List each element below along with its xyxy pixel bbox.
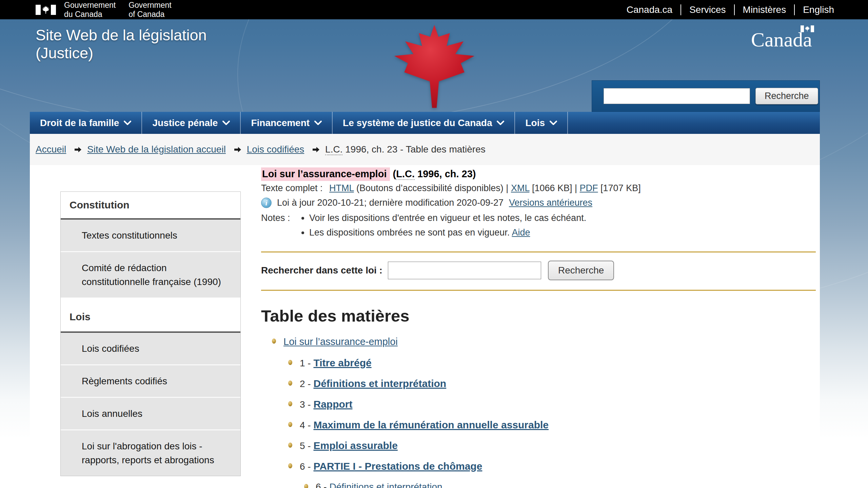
top-bar-link[interactable]: Services	[681, 4, 734, 15]
nav-item: Lois	[515, 112, 568, 134]
sidebar-link[interactable]: Lois codifiées	[61, 333, 240, 364]
government-top-bar: Gouvernement du Canada Government of Can…	[0, 0, 868, 19]
nav-menu-link[interactable]: Droit de la famille	[30, 118, 141, 128]
gov-wordmark-fr: Gouvernement du Canada	[64, 1, 116, 19]
sidebar-section-constitution: Constitution Textes constitutionnels Com…	[61, 192, 240, 298]
toc-link[interactable]: Titre abrégé	[313, 357, 371, 368]
toc-item: 5 - Emploi assurable	[288, 440, 816, 452]
sidebar-item: Textes constitutionnels	[61, 220, 240, 252]
pdf-link[interactable]: PDF	[580, 183, 598, 193]
toc-link[interactable]: Rapport	[313, 399, 352, 410]
law-search-row: Rechercher dans cette loi : Recherche	[261, 261, 816, 280]
nav-item: Financement	[241, 112, 333, 134]
top-bar-link[interactable]: English	[795, 4, 834, 15]
toc-item-number: 1 -	[300, 358, 313, 368]
nav-menu-label: Le système de justice du Canada	[343, 118, 492, 128]
breadcrumb-link[interactable]: Lois codifiées	[247, 144, 304, 155]
site-search-panel: Recherche	[592, 80, 820, 112]
sidebar-link[interactable]: Règlements codifiés	[61, 365, 240, 397]
chevron-down-icon	[497, 121, 504, 125]
site-search-input[interactable]	[604, 88, 750, 104]
xml-link[interactable]: XML	[511, 183, 530, 193]
canada-flag-icon	[801, 25, 814, 32]
help-link[interactable]: Aide	[512, 227, 530, 238]
sidebar-section-title: Lois	[61, 298, 240, 333]
nav-menu-link[interactable]: Financement	[241, 118, 332, 128]
site-banner: Site Web de la législation (Justice) Can…	[0, 19, 868, 112]
info-icon: i	[261, 198, 272, 208]
html-link[interactable]: HTML	[329, 183, 354, 193]
top-bar-link-item: Services	[681, 4, 734, 15]
gov-wordmark-en: Government of Canada	[129, 1, 172, 19]
toc-link[interactable]: Définitions et interprétation	[329, 482, 442, 488]
note-item: Voir les dispositions d'entrée en vigueu…	[309, 213, 586, 223]
bullet-icon	[288, 463, 292, 468]
divider	[261, 251, 816, 252]
sidebar-item: Lois annuelles	[61, 398, 240, 430]
top-bar-link[interactable]: Ministères	[735, 4, 794, 15]
toc-link[interactable]: Maximum de la rémunération annuelle assu…	[313, 419, 549, 430]
chevron-down-icon	[550, 121, 557, 125]
arrow-right-icon	[312, 147, 320, 152]
sidebar-link[interactable]: Comité de rédaction constitutionnelle fr…	[61, 252, 240, 298]
toc-link[interactable]: Emploi assurable	[313, 440, 397, 451]
nav-menu-link[interactable]: Justice pénale	[142, 118, 240, 128]
bullet-icon	[288, 422, 292, 427]
maple-leaf-graphic	[391, 20, 478, 112]
top-bar-link-item: Ministères	[735, 4, 795, 15]
nav-menu-label: Financement	[251, 118, 310, 128]
bullet-icon	[288, 401, 292, 406]
nav-item: Justice pénale	[142, 112, 241, 134]
top-bar-link-item: Canada.ca	[618, 4, 681, 15]
toc-item-number: 3 -	[300, 399, 313, 410]
breadcrumb-link[interactable]: Site Web de la législation accueil	[87, 144, 226, 155]
toc-item: 6 - Définitions et interprétation	[303, 481, 816, 488]
toc-item-number: 5 -	[300, 441, 313, 451]
sidebar-item: Lois codifiées	[61, 333, 240, 365]
bullet-icon	[288, 381, 292, 386]
top-bar-link[interactable]: Canada.ca	[618, 4, 680, 15]
nav-item: Le système de justice du Canada	[333, 112, 515, 134]
sidebar-item: Règlements codifiés	[61, 365, 240, 398]
site-search-button[interactable]: Recherche	[755, 88, 818, 104]
full-text-line: Texte complet : HTML (Boutons d’accessib…	[261, 183, 816, 194]
sidebar-link[interactable]: Lois annuelles	[61, 398, 240, 429]
government-of-canada-logo[interactable]: Gouvernement du Canada Government of Can…	[36, 1, 172, 19]
toc-item-number: 4 -	[300, 420, 313, 430]
statute-citation: (L.C. 1996, ch. 23)	[393, 168, 476, 180]
left-sidebar: Constitution Textes constitutionnels Com…	[60, 191, 241, 476]
nav-menu-link[interactable]: Le système de justice du Canada	[333, 118, 514, 128]
nav-menu-link[interactable]: Lois	[515, 118, 567, 128]
divider	[261, 290, 816, 291]
bullet-icon	[288, 360, 292, 365]
canada-wordmark: Canada	[751, 29, 812, 50]
nav-menu-label: Lois	[525, 118, 545, 128]
toc-item: 3 - Rapport	[288, 398, 816, 411]
sidebar-item: Comité de rédaction constitutionnelle fr…	[61, 252, 240, 298]
bullet-icon	[288, 443, 292, 448]
breadcrumb-item: Lois codifiées	[247, 144, 325, 155]
chevron-down-icon	[124, 121, 131, 125]
statute-title-highlight: Loi sur l’assurance-emploi	[261, 167, 390, 181]
sidebar-link[interactable]: Loi sur l'abrogation des lois - rapports…	[61, 430, 240, 476]
toc-link[interactable]: Définitions et interprétation	[313, 378, 446, 389]
breadcrumb-item: Site Web de la législation accueil	[87, 144, 247, 155]
nav-menu-label: Droit de la famille	[40, 118, 119, 128]
breadcrumb-link[interactable]: Accueil	[36, 144, 66, 155]
toc-link[interactable]: Loi sur l’assurance-emploi	[283, 336, 398, 347]
toc-item: 4 - Maximum de la rémunération annuelle …	[288, 419, 816, 431]
sidebar-link[interactable]: Textes constitutionnels	[61, 220, 240, 251]
toc-link[interactable]: PARTIE I - Prestations de chômage	[313, 461, 482, 472]
chevron-down-icon	[222, 121, 230, 125]
toc-item: 6 - PARTIE I - Prestations de chômage	[288, 460, 816, 473]
sidebar-section-title: Constitution	[61, 192, 240, 220]
chevron-down-icon	[314, 121, 322, 125]
statute-title: Loi sur l’assurance-emploi (L.C. 1996, c…	[261, 168, 816, 180]
status-line: i Loi à jour 2020-10-21; dernière modifi…	[261, 198, 816, 208]
previous-versions-link[interactable]: Versions antérieures	[509, 198, 592, 208]
law-search-input[interactable]	[388, 262, 541, 279]
toc-item-number: 6 -	[316, 482, 329, 488]
bullet-icon	[272, 339, 276, 344]
law-search-button[interactable]: Recherche	[548, 261, 614, 280]
top-bar-links: Canada.ca Services Ministères English	[618, 4, 834, 15]
